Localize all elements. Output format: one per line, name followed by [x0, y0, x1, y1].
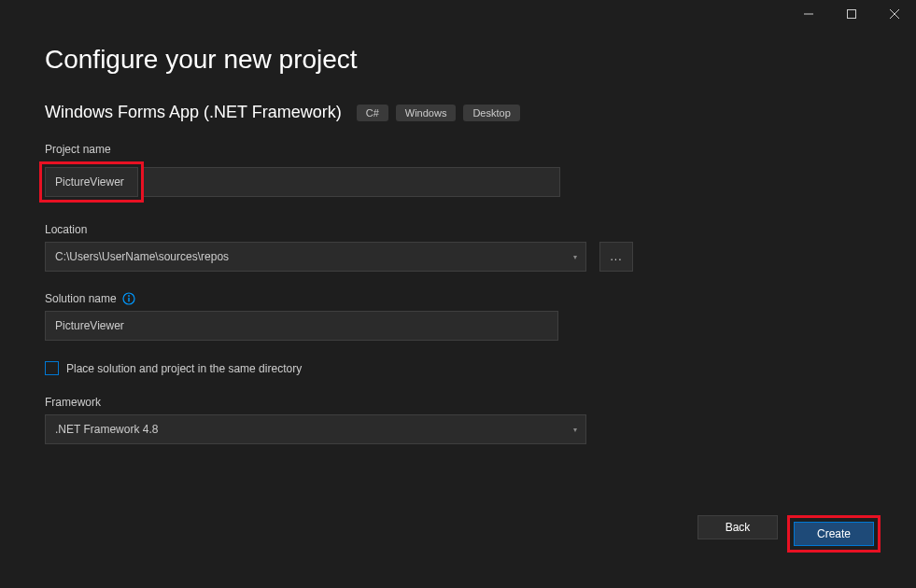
titlebar: [0, 0, 916, 28]
create-button-highlight: Create: [787, 515, 881, 553]
project-name-input[interactable]: [45, 167, 138, 197]
browse-button[interactable]: ...: [599, 242, 633, 272]
solution-name-label: Solution name: [45, 292, 871, 305]
location-input[interactable]: [45, 242, 586, 272]
page-title: Configure your new project: [45, 45, 871, 75]
maximize-button[interactable]: [830, 0, 873, 28]
tag-desktop: Desktop: [463, 105, 519, 121]
template-row: Windows Forms App (.NET Framework) C# Wi…: [45, 103, 871, 122]
framework-label: Framework: [45, 396, 871, 409]
project-name-input-extension[interactable]: [144, 167, 560, 197]
solution-name-label-text: Solution name: [45, 292, 117, 305]
tag-csharp: C#: [357, 105, 388, 121]
project-name-field: Project name: [45, 143, 871, 203]
create-button[interactable]: Create: [794, 522, 874, 546]
same-directory-checkbox[interactable]: [45, 361, 59, 375]
project-name-label: Project name: [45, 143, 871, 156]
tag-windows: Windows: [396, 105, 457, 121]
template-name: Windows Forms App (.NET Framework): [45, 103, 342, 122]
footer-buttons: Back Create: [698, 515, 881, 553]
minimize-button[interactable]: [787, 0, 830, 28]
svg-rect-6: [128, 298, 129, 302]
back-button[interactable]: Back: [698, 515, 778, 539]
location-field: Location ▾ ...: [45, 223, 871, 272]
framework-select[interactable]: [45, 414, 586, 444]
solution-name-input[interactable]: [45, 311, 558, 341]
same-directory-row[interactable]: Place solution and project in the same d…: [45, 361, 871, 375]
info-icon[interactable]: [122, 292, 135, 305]
project-name-highlight: [39, 161, 144, 203]
svg-rect-1: [848, 10, 856, 19]
svg-point-5: [128, 295, 130, 297]
framework-field: Framework ▾: [45, 396, 871, 444]
solution-name-field: Solution name: [45, 292, 871, 341]
tag-group: C# Windows Desktop: [357, 105, 520, 121]
same-directory-label: Place solution and project in the same d…: [66, 362, 302, 375]
close-button[interactable]: [873, 0, 916, 28]
location-label: Location: [45, 223, 871, 236]
content-area: Configure your new project Windows Forms…: [0, 28, 916, 444]
